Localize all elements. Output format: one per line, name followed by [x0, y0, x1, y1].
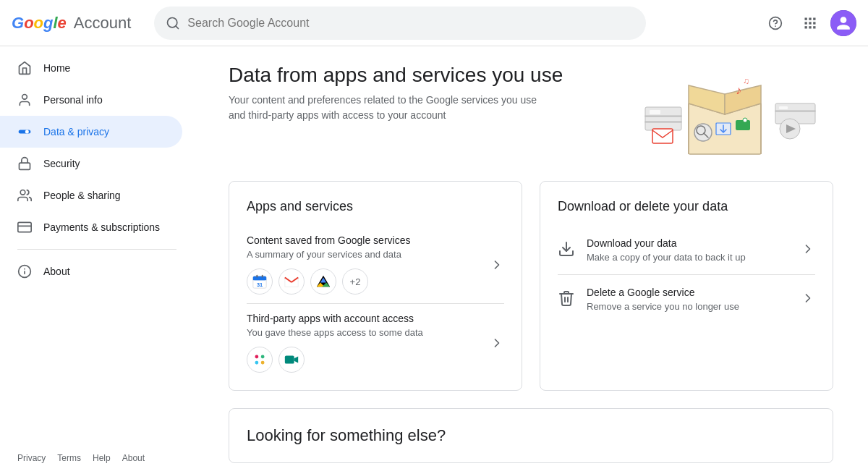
gmail-app-icon [278, 268, 305, 295]
people-icon [17, 188, 32, 203]
download-icon-wrap [558, 240, 575, 260]
app-icons-row: 31 [247, 268, 410, 295]
apps-icon [803, 16, 817, 30]
drive-app-icon [310, 268, 336, 295]
svg-rect-6 [813, 17, 815, 20]
bottom-card: Looking for something else? [229, 408, 833, 463]
avatar[interactable] [830, 10, 856, 36]
sidebar-item-payments[interactable]: Payments & subscriptions [0, 211, 182, 243]
third-party-app-icons [247, 347, 423, 373]
help-icon [768, 16, 783, 30]
svg-rect-9 [813, 22, 815, 24]
page-header-illustration: ♪ ♫ [631, 64, 833, 158]
home-icon [17, 61, 32, 75]
content-saved-desc: A summary of your services and data [247, 249, 410, 260]
sidebar-people-sharing-label: People & sharing [43, 190, 121, 201]
svg-rect-50 [255, 355, 259, 359]
sidebar-item-data-privacy[interactable]: Data & privacy [0, 116, 182, 148]
sidebar-item-security[interactable]: Security [0, 148, 182, 179]
google-account-logo[interactable]: Google Account [12, 14, 131, 33]
svg-rect-7 [805, 22, 807, 24]
third-party-title: Third-party apps with account access [247, 313, 423, 324]
svg-rect-16 [20, 163, 30, 169]
search-bar[interactable] [154, 7, 646, 40]
svg-line-1 [176, 25, 179, 28]
content-saved-arrow [490, 258, 504, 272]
cards-row: Apps and services Content saved from Goo… [229, 181, 833, 391]
third-party-apps-item[interactable]: Third-party apps with account access You… [247, 304, 504, 373]
svg-point-15 [25, 130, 29, 134]
header: Google Account [0, 0, 868, 46]
footer-terms-link[interactable]: Terms [57, 453, 81, 463]
svg-text:♪: ♪ [736, 84, 741, 96]
content-saved-item[interactable]: Content saved from Google services A sum… [247, 226, 504, 304]
svg-rect-42 [652, 129, 673, 143]
footer-help-link[interactable]: Help [93, 453, 111, 463]
svg-rect-34 [645, 116, 681, 117]
trash-icon [558, 289, 575, 307]
calendar-app-icon: 31 [247, 268, 273, 295]
delete-service-item[interactable]: Delete a Google service Remove a service… [558, 275, 815, 323]
header-actions [761, 9, 856, 38]
download-data-desc: Make a copy of your data to back it up [587, 252, 801, 263]
security-icon [17, 156, 32, 171]
delete-service-arrow [801, 291, 815, 308]
sidebar-divider [17, 249, 176, 250]
apps-button[interactable] [796, 9, 825, 38]
sidebar-payments-label: Payments & subscriptions [43, 221, 160, 233]
app-count-badge: +2 [342, 268, 368, 295]
layout: Home Personal info Data & privacy [0, 46, 868, 474]
sidebar-item-about[interactable]: About [0, 255, 182, 287]
svg-rect-12 [813, 26, 815, 28]
svg-text:31: 31 [257, 282, 263, 288]
content-saved-title: Content saved from Google services [247, 234, 410, 246]
download-data-item[interactable]: Download your data Make a copy of your d… [558, 226, 815, 275]
svg-point-30 [743, 118, 747, 122]
slack-app-icon [247, 347, 273, 373]
chevron-right-icon-3 [801, 242, 815, 256]
avatar-initials [830, 10, 856, 36]
svg-rect-29 [736, 120, 750, 130]
svg-rect-14 [19, 130, 31, 134]
sidebar-security-label: Security [43, 158, 80, 169]
download-icon [558, 240, 575, 258]
svg-rect-54 [285, 356, 294, 364]
sidebar-personal-info-label: Personal info [43, 94, 103, 106]
delete-service-desc: Remove a service you no longer use [587, 301, 801, 312]
svg-rect-45 [253, 279, 266, 280]
footer-about-link[interactable]: About [122, 453, 145, 463]
sidebar-item-personal-info[interactable]: Personal info [0, 84, 182, 116]
download-delete-card: Download or delete your data Download yo… [540, 181, 833, 391]
svg-rect-38 [775, 111, 815, 111]
svg-rect-10 [805, 26, 807, 28]
sidebar-home-label: Home [43, 62, 70, 74]
footer-privacy-link[interactable]: Privacy [17, 453, 46, 463]
trash-icon-wrap [558, 289, 575, 309]
sidebar-about-label: About [43, 266, 70, 277]
sidebar-item-home[interactable]: Home [0, 52, 182, 84]
svg-rect-11 [809, 26, 811, 28]
help-button[interactable] [761, 9, 790, 38]
svg-rect-5 [809, 17, 811, 20]
svg-rect-18 [18, 222, 31, 232]
search-input[interactable] [187, 17, 634, 30]
main-content: Data from apps and services you use Your… [194, 46, 868, 474]
download-data-text: Download your data Make a copy of your d… [587, 237, 801, 263]
download-data-arrow [801, 242, 815, 258]
info-icon [17, 264, 32, 279]
download-data-title: Download your data [587, 237, 801, 249]
bottom-card-title: Looking for something else? [247, 426, 815, 445]
download-delete-title: Download or delete your data [558, 199, 815, 214]
svg-rect-47 [256, 275, 258, 278]
svg-rect-8 [809, 22, 811, 24]
sidebar-item-people-sharing[interactable]: People & sharing [0, 179, 182, 211]
person-icon [17, 93, 32, 107]
toggle-icon [17, 124, 32, 139]
svg-rect-52 [261, 355, 265, 359]
svg-rect-39 [779, 106, 788, 109]
svg-text:♫: ♫ [743, 76, 749, 86]
sidebar-footer: Privacy Terms Help About [0, 441, 194, 474]
chevron-right-icon [490, 258, 504, 272]
svg-rect-35 [645, 122, 681, 122]
sidebar-data-privacy-label: Data & privacy [43, 126, 109, 137]
